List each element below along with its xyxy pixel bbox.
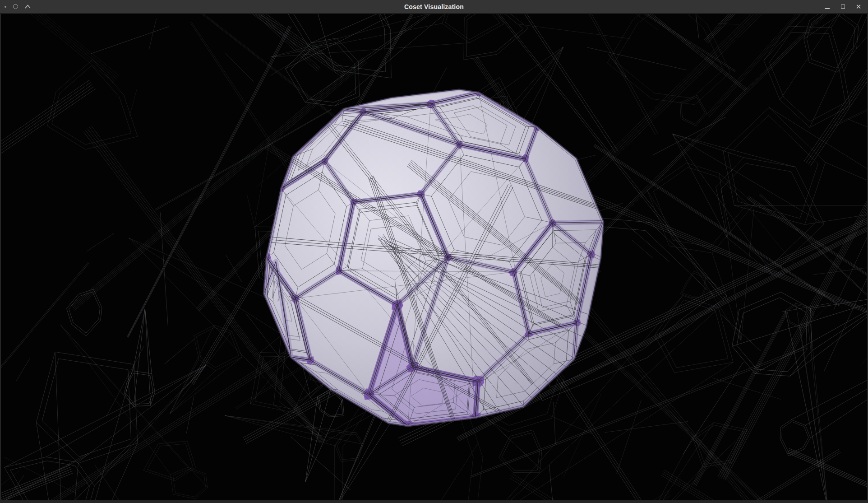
chevron-up-icon[interactable] bbox=[25, 5, 31, 9]
app-window: Coset Visualization ✕ bbox=[0, 0, 868, 503]
viewport-frame bbox=[1, 14, 867, 500]
maximize-icon bbox=[841, 5, 845, 9]
window-title: Coset Visualization bbox=[0, 0, 868, 14]
close-button[interactable]: ✕ bbox=[855, 2, 862, 12]
minimize-button[interactable] bbox=[824, 2, 830, 12]
close-icon: ✕ bbox=[856, 2, 862, 12]
minimize-icon bbox=[825, 8, 830, 9]
titlebar[interactable]: Coset Visualization ✕ bbox=[0, 0, 868, 14]
dot-icon bbox=[5, 6, 6, 8]
coset-viewport[interactable] bbox=[1, 14, 867, 500]
maximize-button[interactable] bbox=[840, 2, 846, 12]
circle-icon[interactable] bbox=[13, 4, 18, 9]
